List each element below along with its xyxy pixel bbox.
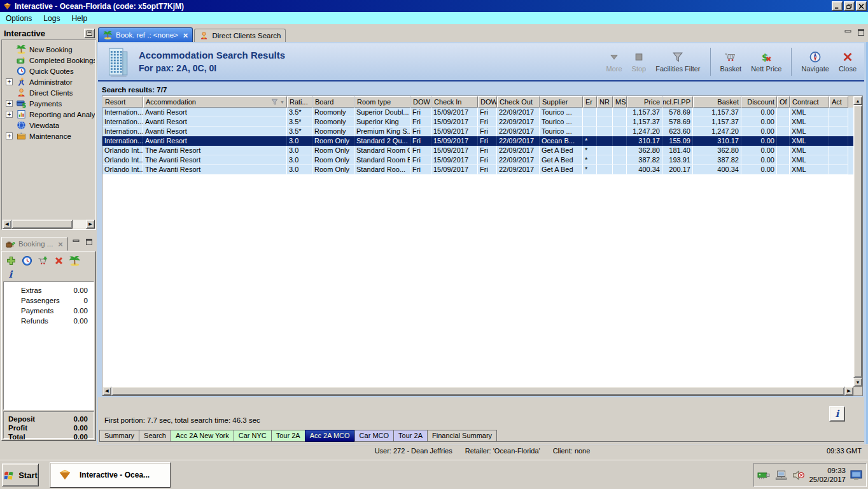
table-row[interactable]: Internation...Avanti Resort3.0Room OnlyS… (102, 136, 853, 146)
column-header-check-out[interactable]: Check Out (497, 96, 540, 108)
volume-muted-icon[interactable] (792, 470, 805, 481)
column-header-room-type[interactable]: Room type (354, 96, 410, 108)
start-button[interactable]: Start (2, 464, 39, 486)
tab-tour-2a[interactable]: Tour 2A (271, 430, 305, 442)
column-header-rati[interactable]: Rati... (287, 96, 312, 108)
facilities-filter-button[interactable]: Facilities Filter (655, 51, 700, 73)
booking-button[interactable] (69, 255, 80, 267)
column-header-check-in[interactable]: Check In (431, 96, 478, 108)
basket-button[interactable]: Basket (720, 51, 742, 73)
delete-button[interactable] (53, 255, 64, 267)
scroll-thumb[interactable] (853, 105, 862, 378)
tab-acc-2a-mco[interactable]: Acc 2A MCO (305, 430, 355, 442)
add-to-basket-button[interactable] (38, 255, 48, 267)
scroll-track[interactable] (73, 220, 86, 229)
expand-icon[interactable]: + (6, 100, 13, 107)
column-header-accommodation[interactable]: Accommodation▼ (143, 96, 287, 108)
navigate-button[interactable]: Navigate (801, 51, 829, 73)
scroll-thumb[interactable] (111, 386, 844, 395)
column-header-er[interactable]: Er (583, 96, 597, 108)
minimize-button[interactable] (832, 1, 843, 11)
panel-maximize-button[interactable] (85, 238, 94, 246)
column-header-incl-fl-pp[interactable]: Incl.Fl.PP (662, 96, 693, 108)
tab-financial-summary[interactable]: Financial Summary (427, 430, 497, 442)
network-adapter-icon[interactable] (757, 470, 771, 481)
tab-car-mco[interactable]: Car MCO (354, 430, 394, 442)
add-button[interactable] (6, 255, 17, 267)
column-header-nr[interactable]: NR (597, 96, 613, 108)
column-header-dow[interactable]: DOW (410, 96, 431, 108)
table-row[interactable]: Internation...Avanti Resort3.5*RoomonlyP… (102, 127, 853, 136)
column-header-basket[interactable]: Basket (693, 96, 741, 108)
workspace-minimize-button[interactable] (844, 29, 853, 36)
tab-book-ref-none[interactable]: Book. ref .: <none>× (98, 27, 193, 42)
column-header-of[interactable]: Of (777, 96, 790, 108)
filter-dropdown-icon[interactable]: ▼ (280, 100, 284, 104)
sidebar-item-administrator[interactable]: +Administrator (3, 76, 95, 87)
tab-direct-clients-search[interactable]: Direct Clients Search (194, 29, 286, 42)
table-row[interactable]: Internation...Avanti Resort3.5*RoomonlyS… (102, 108, 853, 117)
sidebar-item-viewdata[interactable]: Viewdata (3, 120, 95, 131)
info-button[interactable]: i (829, 406, 845, 422)
cell-discount: 0.00 (741, 117, 777, 127)
info-icon[interactable]: i (6, 269, 15, 280)
column-header-supplier[interactable]: Supplier (540, 96, 583, 108)
table-row[interactable]: Orlando Int...The Avanti Resort3.0Room O… (102, 155, 853, 165)
column-header-dow[interactable]: DOW (478, 96, 497, 108)
scroll-up-icon[interactable]: ▲ (853, 96, 862, 105)
sidebar-item-new-booking[interactable]: New Booking (3, 44, 95, 55)
scroll-right-icon[interactable]: ▶ (844, 386, 853, 395)
scroll-right-icon[interactable]: ▶ (86, 220, 95, 229)
menu-logs[interactable]: Logs (38, 13, 66, 24)
sidebar-item-completed-bookings[interactable]: Completed Bookings (3, 55, 95, 66)
tab-close-icon[interactable]: × (183, 31, 188, 40)
tab-car-nyc[interactable]: Car NYC (234, 430, 272, 442)
expand-icon[interactable]: + (6, 78, 13, 85)
cell-price: 400.34 (627, 165, 662, 174)
expand-icon[interactable]: + (6, 132, 13, 139)
show-desktop-icon[interactable] (850, 470, 863, 481)
close-button[interactable] (856, 1, 867, 11)
close-button[interactable]: Close (839, 51, 857, 73)
column-header-price[interactable]: Price (627, 96, 662, 108)
column-header-discount[interactable]: Discount (741, 96, 777, 108)
cell-room-type: Standard Roo... (354, 165, 410, 174)
expand-icon[interactable]: + (6, 111, 13, 118)
sidebar-item-reporting-and-analyt[interactable]: +Reporting and Analyt (3, 109, 95, 120)
column-header-contract[interactable]: Contract (790, 96, 829, 108)
column-header-act[interactable]: Act (829, 96, 848, 108)
tree-hscrollbar[interactable]: ◀ ▶ (3, 220, 95, 229)
scroll-down-icon[interactable]: ▼ (853, 378, 862, 386)
tab-summary[interactable]: Summary (99, 430, 139, 442)
table-row[interactable]: Internation...Avanti Resort3.5*RoomonlyS… (102, 117, 853, 127)
sidebar-item-payments[interactable]: +$Payments (3, 98, 95, 109)
panel-minimize-button[interactable] (72, 238, 81, 246)
collapse-panel-button[interactable] (84, 29, 95, 38)
grid-hscrollbar[interactable]: ◀ ▶ (102, 386, 853, 395)
sidebar-item-maintenance[interactable]: +Maintenance (3, 131, 95, 141)
grid-vscrollbar[interactable]: ▲ ▼ (853, 96, 862, 386)
tab-booking[interactable]: Booking ... × (1, 237, 67, 251)
quotes-button[interactable] (22, 255, 32, 267)
scroll-left-icon[interactable]: ◀ (3, 220, 11, 229)
tab-search[interactable]: Search (139, 430, 171, 442)
table-row[interactable]: Orlando Int...The Avanti Resort3.0Room O… (102, 146, 853, 155)
nett-price-button[interactable]: $Nett Price (751, 51, 781, 73)
restore-button[interactable] (844, 1, 855, 11)
tab-tour-2a[interactable]: Tour 2A (393, 430, 428, 442)
sidebar-item-direct-clients[interactable]: Direct Clients (3, 87, 95, 98)
table-row[interactable]: Orlando Int...The Avanti Resort3.0Room O… (102, 165, 853, 174)
taskbar-task-button[interactable]: Interactive - Ocea... (50, 462, 171, 488)
column-header-resort[interactable]: Resort (102, 96, 143, 108)
menu-options[interactable]: Options (0, 13, 38, 24)
scroll-left-icon[interactable]: ◀ (102, 386, 111, 395)
booking-tab-close-icon[interactable]: × (58, 239, 63, 249)
scroll-thumb[interactable] (11, 220, 73, 229)
tab-acc-2a-new-york[interactable]: Acc 2A New York (171, 430, 234, 442)
column-header-ms[interactable]: MS (613, 96, 627, 108)
menu-help[interactable]: Help (66, 13, 93, 24)
column-header-board[interactable]: Board (312, 96, 354, 108)
sidebar-item-quick-quotes[interactable]: Quick Quotes (3, 66, 95, 76)
workspace-maximize-button[interactable] (857, 29, 865, 36)
network-status-icon[interactable] (774, 470, 788, 481)
